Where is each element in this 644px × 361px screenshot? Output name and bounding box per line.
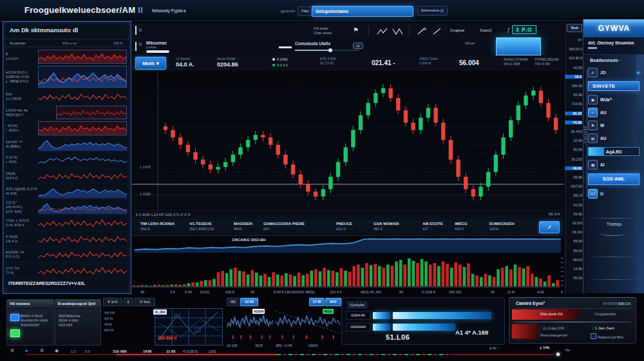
sidebar-action-button[interactable]: SOD AML: [588, 173, 639, 185]
price-tick-label: NO.30.9: [566, 56, 582, 60]
price-tick-label: 40.50: [566, 66, 582, 70]
sidebar-list-header: Bealtonnuto ·: [590, 57, 621, 63]
mini-pill-button[interactable]: cE: [353, 43, 363, 49]
tack-box[interactable]: Tack: [567, 24, 582, 32]
zigzag-tool-icon[interactable]: [392, 26, 404, 38]
progress-header: 02a4q4al: [347, 302, 367, 308]
tab-1[interactable]: € 1n0: [103, 298, 122, 306]
sidebar-tool-item[interactable]: ∕∕∕JO: [588, 68, 639, 77]
watchlist-row-label: bO)5)4)/ 14FY) 4 O): [6, 248, 38, 262]
order-row2-line2[interactable]: Rited stiangende^: [540, 333, 569, 337]
sidebar-tool-item[interactable]: ▤AU: [588, 134, 639, 142]
progress-bar: [393, 324, 455, 331]
watchlist-row[interactable]: 1YO 7)47Y.4): [5, 263, 128, 279]
order-row2-right2[interactable]: Ratarot Lad Brie: [591, 333, 623, 339]
time-tick-label: 00: [399, 290, 403, 294]
pencil-tool-icon[interactable]: [417, 26, 427, 38]
sidebar-tool-item[interactable]: GTU: [588, 190, 639, 198]
time-axis: 300.40.440/1(1)010.6005:43 8.1W.A3/2V01 …: [132, 289, 564, 297]
watchlist-header: Am Dk sktmmanuuto dl: [10, 26, 78, 34]
panel-b-title: B-avakajosajsiii Qvil: [55, 300, 100, 309]
chart-status-row: 0 1 6/0K.L10 KP-109-171 0 ⊙ 5 65-1/4: [132, 210, 564, 219]
stats-action-button[interactable]: ➚: [539, 221, 560, 233]
stats-column: GHWACGO35A PIESIE0/0/: [263, 222, 305, 231]
watchlist-row[interactable]: 8v:0 6O7: [5, 49, 128, 65]
order-row2-right1[interactable]: ∕ 1 Jam Sant: [593, 326, 614, 330]
sidebar-tool-item[interactable]: ⚑W: [588, 121, 639, 130]
header-stat: 56.004: [459, 59, 479, 66]
green-chip-icon: [10, 329, 20, 337]
progress-bar: [393, 312, 491, 319]
display-value: 3 P.O: [512, 25, 536, 34]
status-dot-icon: [272, 64, 275, 66]
volume-chart: [132, 253, 560, 289]
watchlist-row[interactable]: J:O O."V4) 4Y4Y)1OO 4)4(): [5, 200, 128, 216]
watchlist-column-headers: Dudwider DG-o-ro GD-K: [3, 39, 129, 47]
sidebar-tool-item[interactable]: ▦AI: [588, 161, 639, 169]
mini-button-1[interactable]: 082: [227, 298, 240, 306]
instrument-name-block: Mikuumae Lvwae: [146, 41, 169, 53]
toolbar-label-a[interactable]: Cogleat: [450, 28, 464, 32]
analysis-list-item: 8)4 04: [104, 328, 113, 332]
watchlist-row[interactable]: YO)4. L 4)7/L5O.4L 57)4.4: [5, 215, 128, 231]
volume-axis-ticks: [560, 254, 564, 288]
progress-dot[interactable]: [556, 353, 560, 356]
gear-icon[interactable]: ⚙: [10, 348, 14, 353]
watchlist-row[interactable]: ' 4OY4('- 4O3Y(: [5, 121, 128, 137]
line-draw-tool-icon[interactable]: [432, 26, 442, 38]
watchlist-row[interactable]: 4 2(Y4(i- 4O%: [5, 152, 128, 168]
tab-3[interactable]: D 6a1: [135, 298, 155, 306]
strip-y-label: y 14b: [540, 346, 549, 349]
sidebar-input[interactable]: AqA.RO: [588, 147, 639, 156]
watchlist-row-label: 8v:0 6O7: [6, 50, 38, 64]
panel-b-line: 04)4 04)4: [59, 323, 72, 327]
blue-chip-icon: [10, 314, 19, 321]
order-row2-line1[interactable]: (i) L/Lag-(100: [543, 326, 564, 330]
order-row1-left[interactable]: Dita dunk-Git: [540, 312, 563, 316]
watchlist-row[interactable]: wOOd-5OO.1AGBVM) 4Y(ML- 6BNE 6YLV: [5, 65, 128, 90]
watchlist-row[interactable]: DOr1.L O5O5: [5, 89, 128, 105]
trend-line-tool-icon[interactable]: [377, 26, 388, 38]
app-subtitle: Ndsoody Pypta a: [152, 8, 186, 13]
time-tick-label: 210 4.4: [330, 290, 341, 294]
stats-column: GOX WON435091 6: [374, 222, 399, 231]
gear-icon[interactable]: ⚙: [40, 348, 44, 353]
slider-handle[interactable]: [328, 48, 332, 52]
topbar-button-primary[interactable]: Getupstoctams: [312, 6, 413, 17]
header-stat: 0 004 M: [419, 61, 431, 65]
watchlist-row-label: 4 2(Y4(i- 4O%: [6, 153, 38, 167]
chevron-down-icon: ▾: [156, 61, 159, 66]
mini-button-3[interactable]: 17 W: [309, 298, 325, 306]
alert-block-2[interactable]: [512, 324, 538, 338]
mini-chart-1[interactable]: [227, 307, 273, 340]
sidebar-item-selected[interactable]: SINVETE: [588, 81, 639, 91]
primary-action-button[interactable]: [496, 37, 541, 55]
strip-value: 11.62: [166, 349, 176, 353]
mini-chart-2[interactable]: [276, 307, 340, 340]
watchlist-row[interactable]: JOO 2@O4L 5 OY541 8.8): [5, 184, 128, 200]
watchlist-row[interactable]: LO%O-4a- 4a49Q6.6)4.7: [5, 105, 128, 121]
mini-button-2[interactable]: 10 25: [240, 298, 258, 306]
topbar-button-3[interactable]: Ettiverstne |||: [417, 6, 448, 15]
topbar-button-2[interactable]: Fllat: [298, 6, 312, 16]
watchlist-row[interactable]: bO)5)4)/ 14FY) 4 O): [5, 247, 128, 263]
topbar-button-1[interactable]: gyrövcin: [278, 7, 298, 15]
stats-column: 4/1.TEGEUE2017,4009:1.50: [189, 222, 214, 231]
lock-icon[interactable]: ◉: [55, 348, 59, 353]
order-row1-right[interactable]: Cropgratduks: [594, 312, 616, 316]
timeframe-dropdown[interactable]: Meth▾: [135, 57, 166, 70]
strip-marker: ● Nr !: [489, 346, 498, 350]
mini-button-4[interactable]: N72: [325, 298, 341, 306]
slider[interactable]: [295, 50, 359, 51]
sidebar-tool-item[interactable]: ≈AU: [588, 108, 639, 117]
flag-tool-icon[interactable]: ⚑: [353, 26, 359, 34]
tab-2[interactable]: £: [124, 298, 133, 306]
candlestick-chart[interactable]: 1.14251.0089: [132, 71, 564, 209]
watchlist-row[interactable]: 4 Ob)4(14) 4 1(: [5, 231, 128, 248]
sidebar-tool-item[interactable]: ▣WUa^: [588, 95, 639, 104]
sparkline-chart: [38, 264, 127, 278]
toolbar-label-b[interactable]: GaasC: [480, 28, 492, 32]
watchlist-row[interactable]: 1aYb% "="4L B6B1): [5, 137, 128, 153]
dot-icon[interactable]: ●: [25, 348, 28, 353]
watchlist-row[interactable]: (2b)4)A)4.6.O: [5, 168, 128, 184]
